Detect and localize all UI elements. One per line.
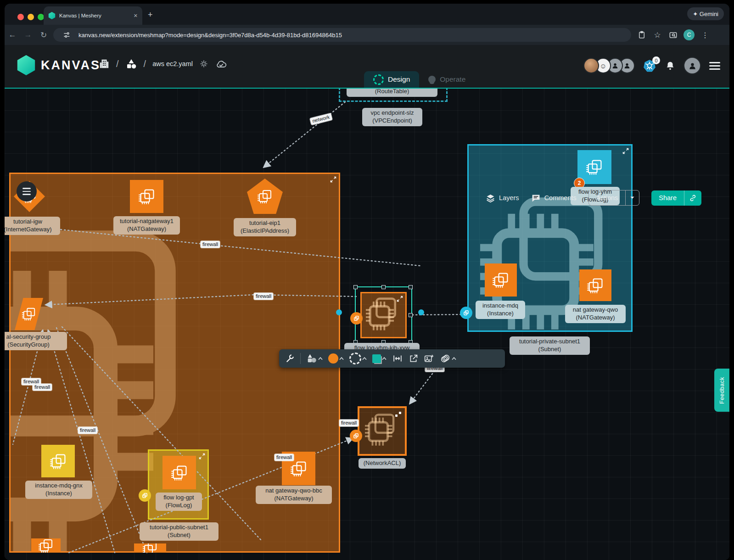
copy-link-button[interactable] — [684, 190, 701, 206]
tutorial-natgateway1[interactable] — [130, 180, 163, 213]
fill-color-icon[interactable] — [325, 349, 347, 368]
filter-circles-icon[interactable] — [437, 349, 459, 368]
instance-mdq-gnx[interactable] — [41, 445, 75, 477]
kubernetes-count-badge: 0 — [652, 56, 660, 64]
node-label[interactable]: vpc endpoint-slz(VPCEndpoint) — [362, 108, 422, 126]
node-label[interactable]: nat gateway-qwo(NATGateway) — [565, 305, 626, 323]
actions-button[interactable]: Actions — [589, 194, 626, 202]
node-label[interactable]: tutorial-public-subnet1(Subnet) — [140, 522, 219, 541]
bookmark-star-icon[interactable]: ☆ — [651, 30, 663, 40]
flowlog-link-badge[interactable] — [350, 312, 363, 325]
window-close-button[interactable] — [17, 14, 24, 20]
browser-tab-strip: Kanvas | Meshery ✕ + ✦ Gemini — [5, 4, 729, 25]
cloud-sync-icon[interactable] — [215, 59, 228, 69]
node-label[interactable]: tutorial-natgateway1(NATGateway) — [113, 216, 180, 235]
edge-label: network — [310, 113, 332, 125]
address-bar[interactable]: kanvas.new/extension/meshmap?mode=design… — [53, 28, 631, 42]
partial-node-1[interactable] — [31, 538, 61, 553]
kanvas-logo[interactable]: KANVAS — [17, 55, 101, 75]
node-label[interactable]: tutorial-private-subnet1(Subnet) — [510, 336, 590, 355]
operate-label: Operate — [440, 75, 465, 84]
nacl-link-badge[interactable] — [350, 430, 362, 442]
collapse-icon[interactable] — [199, 453, 205, 459]
edge-dot-left[interactable] — [336, 309, 342, 315]
shapes-icon[interactable] — [303, 349, 325, 368]
flow-log-yhm[interactable]: 2 — [577, 150, 611, 184]
wrench-icon[interactable] — [283, 349, 297, 368]
collaborator-avatar[interactable] — [583, 58, 599, 73]
network-acl[interactable] — [358, 406, 407, 456]
back-icon[interactable]: ← — [5, 30, 20, 39]
design-file-name[interactable]: aws ec2.yaml — [152, 60, 193, 67]
layers-button[interactable]: Layers — [486, 193, 519, 203]
flow-log-yhm-kjh-xyw[interactable] — [360, 292, 407, 338]
node-label[interactable]: flow log-gpt(FlowLog) — [156, 493, 202, 511]
nat-gateway-qwo[interactable] — [579, 269, 611, 301]
node-label[interactable]: (NetworkACL) — [359, 458, 406, 469]
node-label[interactable]: nat gateway-qwo-bbc(NATGateway) — [256, 486, 332, 504]
node-label[interactable]: tutorial-eip1(ElasticIPAddress) — [234, 218, 296, 236]
flow-log-yhm-kjh-xyw-selection[interactable] — [355, 286, 412, 344]
collapse-icon[interactable] — [330, 176, 336, 183]
resize-handle[interactable] — [409, 313, 413, 317]
snowflake-icon[interactable] — [199, 59, 208, 68]
flow-log-gpt[interactable] — [162, 456, 196, 489]
node-label[interactable]: instance-mdq(Instance) — [476, 301, 525, 319]
comments-button[interactable]: Comments — [531, 193, 577, 203]
subnet-link-badge[interactable] — [460, 307, 472, 319]
edge-dot-right[interactable] — [418, 309, 424, 315]
share-button-group: Share — [651, 190, 701, 206]
site-info-icon[interactable] — [61, 31, 73, 39]
resize-handle[interactable] — [353, 285, 358, 289]
tab-design[interactable]: Design — [364, 71, 419, 88]
selection-dot — [399, 412, 401, 414]
canvas-menu-button[interactable] — [17, 181, 37, 202]
open-in-new-icon[interactable] — [406, 349, 421, 368]
notifications-bell-icon[interactable] — [665, 61, 675, 71]
user-avatar[interactable] — [684, 57, 701, 74]
collapse-icon[interactable] — [622, 148, 629, 154]
resize-width-icon[interactable] — [389, 349, 406, 368]
node-label[interactable]: (RouteTable) — [347, 89, 437, 97]
header-menu-icon[interactable] — [709, 62, 720, 70]
design-canvas[interactable]: 2(RouteTable)vpc endpoint-slz(VPCEndpoin… — [5, 89, 729, 560]
kubernetes-context-button[interactable]: 0 — [643, 59, 656, 72]
reload-icon[interactable]: ↻ — [36, 30, 51, 40]
tab-search-icon[interactable] — [667, 31, 679, 39]
add-image-icon[interactable] — [421, 349, 437, 368]
tab-operate[interactable]: Operate — [419, 71, 475, 88]
window-zoom-button[interactable] — [38, 14, 44, 20]
window-minimize-button[interactable] — [28, 14, 34, 20]
share-button[interactable]: Share — [651, 194, 684, 202]
forward-icon[interactable]: → — [20, 30, 36, 39]
node-label[interactable]: al-security-group(SecurityGroup) — [5, 332, 67, 350]
save-icon[interactable] — [636, 31, 648, 39]
resize-handle[interactable] — [381, 285, 386, 289]
chrome-menu-icon[interactable]: ⋮ — [699, 31, 711, 39]
feedback-label: Feedback — [719, 377, 725, 404]
browser-tab[interactable]: Kanvas | Meshery ✕ — [44, 6, 142, 25]
instance-mdq[interactable] — [485, 263, 517, 297]
border-style-icon[interactable] — [347, 349, 370, 368]
shape-style-icon[interactable] — [370, 349, 389, 368]
node-label[interactable]: tutorial-igw(InternetGateway) — [5, 217, 60, 235]
comments-label: Comments — [544, 194, 577, 202]
browser-window: Kanvas | Meshery ✕ + ✦ Gemini ← → ↻ kanv… — [5, 4, 729, 560]
chrome-profile-avatar[interactable]: C — [684, 29, 695, 40]
flowlog-gpt-link-badge[interactable] — [139, 489, 151, 502]
breadcrumb-separator: / — [144, 59, 146, 69]
tab-close-icon[interactable]: ✕ — [134, 13, 138, 19]
partial-node-2[interactable] — [134, 543, 166, 553]
gemini-button[interactable]: ✦ Gemini — [687, 7, 724, 20]
kanvas-wordmark: KANVAS — [41, 58, 101, 73]
actions-dropdown-button[interactable] — [625, 190, 639, 205]
node-label[interactable]: instance-mdq-gnx(Instance) — [25, 481, 92, 499]
toolbar-divider — [300, 353, 301, 364]
resize-handle[interactable] — [409, 285, 413, 289]
organization-icon[interactable] — [99, 58, 110, 69]
header-actions: ☺ 0 — [587, 57, 720, 74]
workspace-icon[interactable] — [125, 58, 137, 70]
new-tab-button[interactable]: + — [148, 10, 153, 20]
collapse-icon[interactable] — [397, 296, 403, 302]
feedback-tab[interactable]: Feedback — [714, 369, 729, 412]
